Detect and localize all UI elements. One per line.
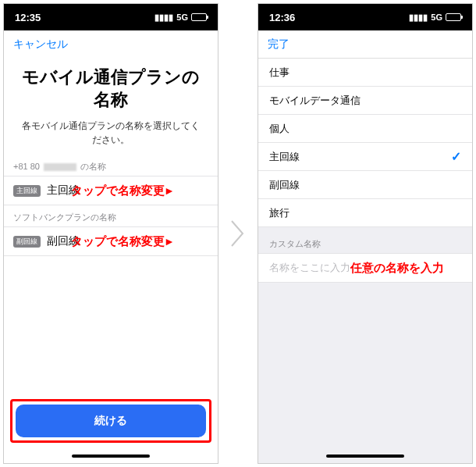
status-right: ▮▮▮▮ 5G — [409, 12, 461, 23]
battery-icon — [446, 13, 461, 21]
continue-button[interactable]: 続ける — [16, 405, 206, 437]
cancel-button[interactable]: キャンセル — [13, 37, 68, 52]
section-header-sim1: +81 80 の名称 — [4, 155, 218, 176]
phone-left: 12:35 ▮▮▮▮ 5G キャンセル モバイル通信プランの名称 各モバイル通信… — [3, 3, 218, 464]
plan-row-secondary[interactable]: 副回線 副回線 タップで名称変更▸ — [4, 226, 218, 256]
plan-row-primary[interactable]: 主回線 主回線 タップで名称変更▸ — [4, 176, 218, 205]
label-option-primary[interactable]: 主回線 ✓ — [258, 143, 472, 171]
annotation-tap-rename: タップで名称変更▸ — [71, 184, 172, 198]
status-time: 12:35 — [15, 12, 41, 23]
plan-label: 副回線 — [47, 234, 80, 248]
custom-label-input[interactable]: 名称をここに入力 任意の名称を入力 — [258, 253, 472, 283]
page-subtitle: 各モバイル通信プランの名称を選択してください。 — [4, 116, 218, 155]
custom-label-header: カスタム名称 — [258, 227, 472, 253]
network-label: 5G — [431, 12, 442, 22]
nav-bar: 完了 — [258, 30, 472, 59]
arrow-between — [225, 218, 251, 249]
annotation-tap-rename: タップで名称変更▸ — [71, 234, 172, 249]
plan-label: 主回線 — [47, 184, 80, 198]
network-label: 5G — [176, 12, 188, 22]
annotation-enter-name: 任意の名称を入力 — [350, 261, 444, 276]
status-right: ▮▮▮▮ 5G — [155, 12, 207, 23]
phone-right: 12:36 ▮▮▮▮ 5G 完了 仕事 モバイルデータ通信 個人 主回線 ✓ — [258, 3, 473, 464]
section-header-sim2: ソフトバンクプランの名称 — [4, 205, 218, 226]
redacted-number — [44, 163, 76, 171]
page-title: モバイル通信プランの名称 — [4, 59, 218, 116]
battery-icon — [191, 13, 207, 21]
chevron-right-icon — [227, 218, 249, 249]
continue-wrap: 続ける — [4, 393, 218, 449]
checkmark-icon: ✓ — [451, 149, 461, 164]
home-indicator — [258, 449, 472, 463]
status-bar: 12:36 ▮▮▮▮ 5G — [258, 4, 472, 30]
label-option-work[interactable]: 仕事 — [258, 59, 472, 87]
label-option-travel[interactable]: 旅行 — [258, 199, 472, 227]
done-button[interactable]: 完了 — [268, 37, 290, 52]
home-indicator — [4, 449, 218, 463]
input-placeholder: 名称をここに入力 — [269, 261, 350, 275]
highlight-box: 続ける — [10, 399, 211, 443]
status-bar: 12:35 ▮▮▮▮ 5G — [4, 4, 218, 30]
label-option-secondary[interactable]: 副回線 — [258, 171, 472, 199]
plan-badge: 副回線 — [13, 236, 41, 248]
status-time: 12:36 — [269, 12, 295, 23]
content-left: モバイル通信プランの名称 各モバイル通信プランの名称を選択してください。 +81… — [4, 59, 218, 463]
signal-icon: ▮▮▮▮ — [155, 12, 173, 23]
plan-badge: 主回線 — [13, 185, 41, 197]
label-option-mobile-data[interactable]: モバイルデータ通信 — [258, 87, 472, 115]
label-list: 仕事 モバイルデータ通信 個人 主回線 ✓ 副回線 旅行 カスタム名称 名称をこ… — [258, 59, 472, 463]
nav-bar: キャンセル — [4, 30, 218, 59]
signal-icon: ▮▮▮▮ — [409, 12, 428, 23]
label-option-personal[interactable]: 個人 — [258, 115, 472, 143]
blank-area — [258, 283, 472, 449]
